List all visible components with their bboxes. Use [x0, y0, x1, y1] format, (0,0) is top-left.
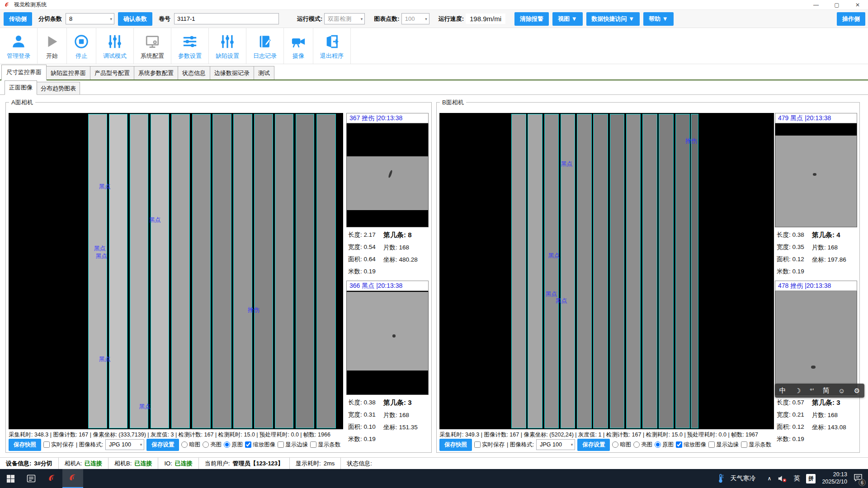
show-count-input[interactable] — [310, 441, 316, 448]
confirm-count-button[interactable]: 确认条数 — [118, 12, 152, 26]
stat-coord: 坐标: 197.86 — [812, 256, 846, 264]
tab-distribution-chart[interactable]: 分布趋势图表 — [37, 82, 80, 94]
data-quick-access-menu-button[interactable]: 数据快捷访问 ▼ — [586, 12, 640, 26]
start-button[interactable] — [0, 469, 21, 488]
admin-login-button[interactable]: 管理登录 — [0, 28, 38, 64]
bright-image-label: 亮图 — [210, 441, 222, 449]
param-settings-button[interactable]: 参数设置 — [171, 28, 209, 64]
show-edge-input[interactable] — [708, 441, 715, 448]
bright-image-input[interactable] — [203, 441, 209, 448]
film-strip — [675, 114, 690, 428]
chart-points-select[interactable]: 100▾ — [401, 13, 429, 24]
slit-count-select[interactable]: 8▾ — [66, 13, 114, 24]
tab-test[interactable]: 测试 — [254, 66, 274, 80]
defect-photo-region — [347, 156, 428, 210]
operate-side-button[interactable]: 操作侧 — [837, 12, 865, 26]
tab-product-model-config[interactable]: 产品型号配置 — [90, 66, 134, 80]
defect-card-image — [775, 123, 857, 227]
original-image-label: 原图 — [662, 441, 674, 449]
speaker-muted-icon[interactable] — [778, 474, 787, 483]
drive-side-button[interactable]: 传动侧 — [4, 12, 32, 26]
original-image-input[interactable] — [655, 441, 661, 448]
defect-settings-button[interactable]: 缺陷设置 — [209, 28, 246, 64]
zoom-image-checkbox[interactable]: 缩放图像 — [245, 441, 275, 449]
state-info-label: 状态信息: — [347, 460, 372, 468]
tab-front-image[interactable]: 正面图像 — [5, 80, 37, 95]
original-image-input[interactable] — [224, 441, 230, 448]
bright-image-radio[interactable]: 亮图 — [633, 441, 652, 449]
original-image-radio[interactable]: 原图 — [224, 441, 243, 449]
realtime-save-input[interactable] — [474, 441, 481, 448]
roll-input[interactable] — [174, 13, 279, 24]
zoom-image-input[interactable] — [676, 441, 682, 448]
tab-edge-data-record[interactable]: 边缘数据记录 — [210, 66, 254, 80]
debug-mode-button[interactable]: 调试模式 — [96, 28, 134, 64]
image-format-select[interactable]: JPG 100▾ — [105, 439, 144, 450]
realtime-save-checkbox[interactable]: 实时保存 — [43, 441, 74, 449]
image-format-select[interactable]: JPG 100▾ — [536, 439, 575, 450]
maximize-button[interactable]: ▢ — [826, 0, 847, 10]
show-edge-checkbox[interactable]: 显示边缘 — [708, 441, 739, 449]
minimize-button[interactable]: — — [806, 0, 826, 10]
taskbar-app-button[interactable] — [21, 469, 42, 488]
realtime-save-input[interactable] — [43, 441, 50, 448]
close-button[interactable]: ✕ — [847, 0, 868, 10]
view-menu-button[interactable]: 视图 ▼ — [552, 12, 582, 26]
tab-status-info[interactable]: 状态信息 — [178, 66, 210, 80]
show-edge-checkbox[interactable]: 显示边缘 — [278, 441, 308, 449]
save-snapshot-button[interactable]: 保存快照 — [9, 439, 41, 451]
stat-strip-number: 第几条: 3 — [812, 399, 846, 407]
language-indicator[interactable]: 英 — [793, 474, 800, 483]
defect-card-column-b: 479 黑点 |20:13:38 长度: 0.38 宽度: 0.35 面积: 0… — [775, 113, 857, 448]
original-image-radio[interactable]: 原图 — [655, 441, 674, 449]
current-user-cell: 当前用户: 管理员【123-123】 — [199, 458, 290, 469]
taskbar-running-app-button[interactable] — [62, 469, 83, 488]
help-menu-button[interactable]: 帮助 ▼ — [643, 12, 673, 26]
taskbar-clock[interactable]: 20:13 2025/2/10 — [822, 471, 847, 485]
moon-icon[interactable]: ☽ — [794, 387, 802, 395]
save-snapshot-button[interactable]: 保存快照 — [439, 439, 472, 451]
bright-image-input[interactable] — [633, 441, 640, 448]
tab-defect-monitor[interactable]: 缺陷监控界面 — [46, 66, 90, 80]
save-settings-button[interactable]: 保存设置 — [146, 439, 179, 451]
save-settings-button[interactable]: 保存设置 — [577, 439, 610, 451]
dark-image-radio[interactable]: 暗图 — [612, 441, 631, 449]
show-count-input[interactable] — [741, 441, 747, 448]
zoom-image-checkbox[interactable]: 缩放图像 — [676, 441, 706, 449]
punctuation-toggle-button[interactable]: °’ — [809, 387, 815, 394]
exit-program-button[interactable]: 退出程序 — [313, 28, 351, 64]
start-button[interactable]: 开始 — [38, 28, 67, 64]
action-center-button[interactable]: 6 — [854, 473, 863, 484]
defect-annotation: 挫伤 — [248, 306, 259, 314]
tray-expand-chevron[interactable]: ∧ — [768, 475, 772, 482]
zoom-image-input[interactable] — [245, 441, 251, 448]
run-mode-select[interactable]: 双面检测▾ — [324, 13, 365, 24]
stop-button[interactable]: 停止 — [67, 28, 96, 64]
realtime-save-checkbox[interactable]: 实时保存 — [474, 441, 505, 449]
stat-area: 面积: 0.64 — [348, 255, 383, 263]
tab-dimension-monitor[interactable]: 尺寸监控界面 — [1, 65, 47, 80]
show-count-checkbox[interactable]: 显示条数 — [310, 441, 340, 449]
dark-image-input[interactable] — [612, 441, 618, 448]
dark-image-radio[interactable]: 暗图 — [181, 441, 200, 449]
ime-pinyin-indicator[interactable]: 拼 — [806, 474, 816, 483]
weather-text[interactable]: 天气寒冷 — [731, 474, 756, 483]
show-edge-input[interactable] — [278, 441, 284, 448]
log-record-button[interactable]: 日志记录 — [246, 28, 284, 64]
dark-image-input[interactable] — [181, 441, 188, 448]
stat-value: 8 — [408, 231, 411, 239]
defect-card-header: 479 黑点 |20:13:38 — [775, 113, 857, 123]
simplified-chinese-button[interactable]: 简 — [822, 386, 830, 395]
bright-image-radio[interactable]: 亮图 — [203, 441, 222, 449]
camera-a-label: 相机A: — [65, 460, 82, 468]
gear-icon[interactable]: ⚙ — [853, 387, 861, 395]
tab-system-param-config[interactable]: 系统参数配置 — [134, 66, 178, 80]
clear-alarm-button[interactable]: 清除报警 — [514, 12, 549, 26]
system-config-button[interactable]: 系统配置 — [134, 28, 171, 64]
taskbar-pinned-app-button[interactable] — [42, 469, 62, 488]
emoji-icon[interactable]: ☺ — [837, 387, 846, 394]
ime-cn-mode-button[interactable]: 中 — [778, 386, 787, 395]
camera-button[interactable]: 摄像 — [284, 28, 313, 64]
defect-card-stats: 长度: 0.38 宽度: 0.35 面积: 0.12 米数: 0.19 第几条:… — [775, 227, 857, 277]
show-count-checkbox[interactable]: 显示条数 — [741, 441, 771, 449]
